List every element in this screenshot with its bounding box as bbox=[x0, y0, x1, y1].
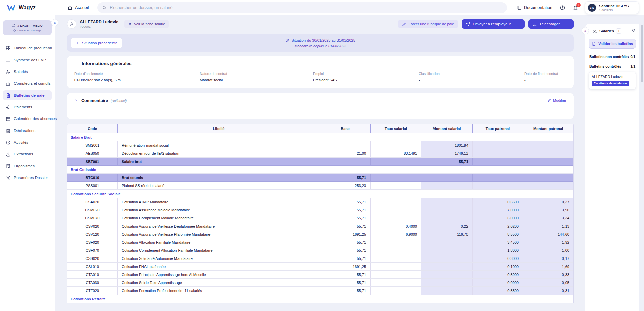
table-row-csa020[interactable]: CSA020Cotisation ATMP Mandataire55,710,6… bbox=[67, 198, 573, 206]
cell-taux-salarial bbox=[371, 287, 421, 295]
general-info-toggle[interactable]: Informations générales bbox=[74, 61, 566, 66]
table-row-csm020[interactable]: CSM020Cotisation Assurance Maladie Manda… bbox=[67, 206, 573, 214]
validate-bulletins-button[interactable]: Valider les bulletins bbox=[589, 39, 636, 49]
general-info-grid: Date d'ancienneté01/08/2022 soit 2 an(s)… bbox=[74, 72, 566, 82]
home-nav[interactable]: Accueil bbox=[67, 5, 89, 10]
documentation-link[interactable]: Documentation bbox=[517, 5, 552, 10]
table-row-ctf020[interactable]: CTF020Cotisation Formation Professionnel… bbox=[67, 287, 573, 295]
user-menu[interactable]: S.D Sandrine DISLYS 1 dossiers bbox=[585, 1, 639, 14]
previous-situation-button[interactable]: Situation précédente bbox=[71, 38, 122, 48]
cell-base: 55,71 bbox=[320, 206, 371, 214]
sidebar-item-bulletins-de-paie[interactable]: Bulletins de paie bbox=[3, 90, 52, 100]
search-icon bbox=[632, 28, 636, 33]
cell-montant-patronal: 3,34 bbox=[523, 214, 573, 222]
download-dropdown[interactable] bbox=[564, 19, 574, 29]
dossier-card[interactable]: # DROIT - MELIU Dossier en montage bbox=[3, 20, 52, 35]
panel-search-button[interactable] bbox=[632, 28, 636, 34]
section-name: Cotisations Retraite bbox=[71, 297, 106, 301]
sidebar-item-label: Déclarations bbox=[14, 129, 35, 133]
sidebar-item-declarations[interactable]: Déclarations bbox=[3, 126, 52, 136]
cell-taux-patronal: 0,5500 bbox=[473, 287, 523, 295]
cell-code: CSA020 bbox=[67, 198, 118, 206]
validate-bulletins-label: Valider les bulletins bbox=[598, 42, 633, 46]
table-row-csf070[interactable]: CSF070Cotisation Complément Allocation F… bbox=[67, 246, 573, 254]
general-info-card: Informations générales Date d'ancienneté… bbox=[67, 56, 574, 88]
cell-montant-salarial bbox=[421, 174, 473, 181]
sidebar-item-compteurs-et-cumuls[interactable]: Compteurs et cumuls bbox=[3, 78, 52, 89]
table-row-cta010[interactable]: CTA010Cotisation Principale Apprentissag… bbox=[67, 271, 573, 279]
cell-label: Cotisation Formation Professionnelle -11… bbox=[118, 287, 320, 295]
column-header-base: Base bbox=[320, 124, 371, 133]
send-employer-button[interactable]: Envoyer à l'employeur bbox=[462, 19, 524, 29]
home-label: Accueil bbox=[75, 5, 89, 10]
cell-taux-salarial bbox=[371, 263, 421, 270]
info-field-value: Mandat social bbox=[200, 78, 313, 82]
payslip-body: Salaire BrutSMS001Rémunération mandat so… bbox=[67, 133, 573, 303]
table-row-sbt001[interactable]: SBT001Salaire brut55,71 bbox=[67, 158, 573, 166]
cell-montant-salarial: -1746,13 bbox=[421, 149, 473, 157]
help-button[interactable] bbox=[560, 5, 565, 10]
grid-icon bbox=[6, 46, 11, 51]
sidebar-item-paiements[interactable]: Paiements bbox=[3, 102, 52, 112]
sidebar-item-tableau-de-production[interactable]: Tableau de production bbox=[3, 43, 52, 53]
scrollbar-thumb[interactable] bbox=[641, 25, 643, 82]
cell-label: Cotisation Complément Maladie Mandataire bbox=[118, 214, 320, 222]
cell-taux-patronal: 0,3000 bbox=[473, 254, 523, 262]
table-row-csl010[interactable]: CSL010Cotisation FNAL plafonnée1691,250,… bbox=[67, 263, 573, 271]
table-row-aes050[interactable]: AES050Déduction en jour de l'E/S situati… bbox=[67, 149, 573, 158]
sidebar-item-salaries[interactable]: Salariés bbox=[3, 67, 52, 77]
situation-note: Mandataire depuis le 01/08/2022 bbox=[285, 44, 355, 48]
sidebar-item-activites[interactable]: Activités bbox=[3, 137, 52, 147]
documentation-label: Documentation bbox=[524, 5, 552, 10]
cell-base: 21,00 bbox=[320, 149, 371, 157]
sidebar-item-synthese-des-evp[interactable]: Synthèse des EVP bbox=[3, 55, 52, 65]
panel-employee-card[interactable]: ALLEZARD Ludovic En attente de validatio… bbox=[589, 72, 636, 89]
table-row-css020[interactable]: CSS020Cotisation Solidarité Autonomie Ma… bbox=[67, 254, 573, 263]
comment-edit-label: Modifier bbox=[553, 98, 566, 102]
panel-expand-button[interactable]: » bbox=[582, 27, 589, 34]
comment-edit-button[interactable]: Modifier bbox=[547, 98, 566, 102]
table-row-csf020[interactable]: CSF020Cotisation Allocation Familiale Ma… bbox=[67, 238, 573, 246]
sidebar-item-extractions[interactable]: Extractions bbox=[3, 149, 52, 159]
table-row-sms001[interactable]: SMS001Rémunération mandat social1801,84 bbox=[67, 141, 573, 149]
table-row-btc010[interactable]: BTC010Brut soumis55,71 bbox=[67, 174, 573, 182]
window-scrollbar[interactable] bbox=[641, 16, 644, 311]
app-logo[interactable]: Wagyz bbox=[7, 3, 54, 12]
sidebar-item-label: Organismes bbox=[14, 164, 35, 168]
table-row-csv120[interactable]: CSV120Cotisation Assurance Vieillesse Pl… bbox=[67, 230, 573, 238]
employee-id: #00001 bbox=[80, 25, 118, 28]
view-profile-label: Voir la fiche salarié bbox=[134, 22, 165, 26]
cell-label: Cotisation Assurance Vieillesse Déplafon… bbox=[118, 222, 320, 230]
sidebar-item-organismes[interactable]: Organismes bbox=[3, 161, 52, 171]
cell-taux-patronal: 7,0000 bbox=[473, 206, 523, 214]
logo-text: Wagyz bbox=[19, 5, 36, 11]
table-row-cta030[interactable]: CTA030Cotisation Solde Taxe Apprentissag… bbox=[67, 279, 573, 287]
sidebar-item-parametres-dossier[interactable]: Paramètres Dossier bbox=[3, 173, 52, 183]
panel-title: Salariés bbox=[599, 29, 614, 33]
send-employer-dropdown[interactable] bbox=[515, 19, 525, 29]
cell-taux-salarial bbox=[371, 158, 421, 165]
cell-taux-patronal: 0,6600 bbox=[473, 198, 523, 206]
cell-montant-patronal bbox=[523, 141, 573, 149]
uncontrolled-count: 0/1 bbox=[630, 55, 635, 59]
cell-montant-salarial bbox=[421, 238, 473, 246]
sidebar-collapse-button[interactable]: « bbox=[51, 19, 58, 26]
cell-montant-patronal bbox=[523, 158, 573, 165]
cell-montant-patronal bbox=[523, 149, 573, 157]
cell-taux-patronal: 0,5900 bbox=[473, 271, 523, 278]
notifications-button[interactable]: 2 bbox=[573, 5, 578, 11]
general-info-title: Informations générales bbox=[82, 61, 132, 66]
view-profile-button[interactable]: Voir la fiche salarié bbox=[124, 20, 169, 28]
download-button[interactable]: Télécharger bbox=[528, 19, 574, 29]
table-row-csm070[interactable]: CSM070Cotisation Complément Maladie Mand… bbox=[67, 214, 573, 222]
cell-taux-patronal bbox=[473, 182, 523, 189]
right-column: » Salariés 1 Valider les bulletins Bulle… bbox=[585, 15, 644, 311]
search-input[interactable] bbox=[110, 5, 502, 10]
force-rubric-button[interactable]: Forcer une rubrique de paie bbox=[398, 20, 458, 28]
sidebar-item-calendrier-des-absences[interactable]: Calendrier des absences bbox=[3, 114, 52, 124]
user-subtitle: 1 dossiers bbox=[599, 8, 629, 12]
table-row-csv020[interactable]: CSV020Cotisation Assurance Vieillesse Dé… bbox=[67, 222, 573, 230]
table-row-pss001[interactable]: PSS001Plafond SS réel du salarié253,23 bbox=[67, 182, 573, 190]
extract-icon bbox=[6, 152, 11, 157]
comment-toggle[interactable]: Commentaire (optionnel) bbox=[74, 98, 127, 103]
